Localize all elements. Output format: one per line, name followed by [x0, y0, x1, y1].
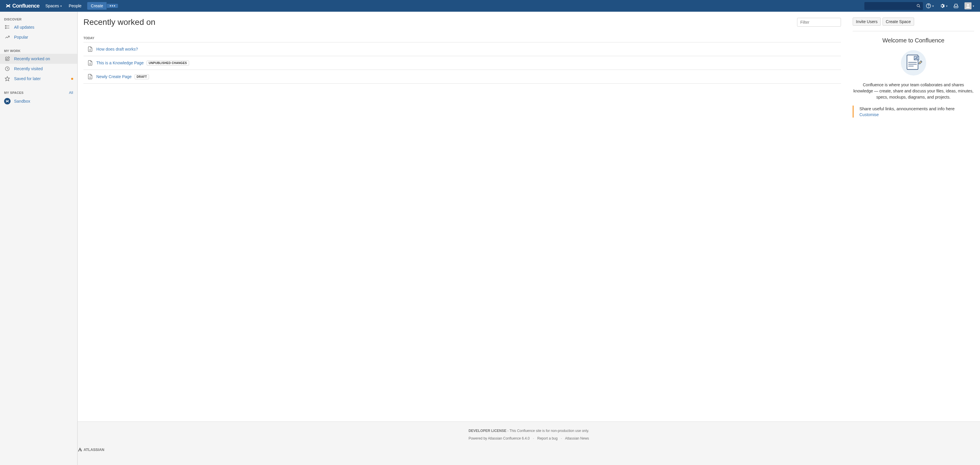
welcome-description: Confluence is where your team collaborat… — [853, 82, 974, 100]
svg-point-0 — [917, 5, 920, 7]
chevron-down-icon: ▾ — [946, 5, 948, 8]
sidebar-heading-label: MY SPACES — [4, 91, 24, 94]
create-button[interactable]: Create — [87, 2, 107, 10]
footer-license-text: - This Confluence site is for non-produc… — [506, 429, 589, 433]
svg-line-1 — [919, 6, 920, 8]
star-icon — [4, 76, 11, 82]
filter-input[interactable] — [797, 18, 841, 27]
main-content: Recently worked on TODAY How does draft … — [78, 12, 980, 465]
settings-button[interactable]: ▾ — [937, 0, 950, 12]
svg-rect-5 — [5, 25, 6, 26]
notifications-button[interactable] — [950, 0, 962, 12]
svg-rect-7 — [5, 28, 6, 29]
sidebar-item-label: All updates — [14, 25, 34, 30]
sidebar-heading-myspaces: MY SPACES All — [0, 88, 77, 96]
nav-people[interactable]: People — [65, 0, 85, 12]
svg-text:ATLASSIAN: ATLASSIAN — [83, 448, 104, 452]
create-space-button[interactable]: Create Space — [883, 17, 914, 26]
status-tag: UNPUBLISHED CHANGES — [146, 60, 189, 65]
svg-point-4 — [967, 4, 969, 6]
footer: DEVELOPER LICENSE - This Confluence site… — [78, 421, 980, 465]
footer-product-link[interactable]: Atlassian Confluence — [488, 436, 521, 440]
create-more-button[interactable] — [107, 4, 118, 8]
customise-link[interactable]: Customise — [859, 112, 879, 117]
sidebar-item-all-updates[interactable]: All updates — [0, 22, 77, 32]
footer-report-bug-link[interactable]: Report a bug — [538, 436, 558, 440]
right-panel: Invite Users Create Space Welcome to Con… — [853, 17, 974, 416]
status-tag: DRAFT — [135, 74, 149, 79]
chevron-down-icon: ▾ — [973, 5, 974, 8]
callout: Share useful links, announcements and in… — [853, 106, 974, 117]
sidebar-heading-discover: DISCOVER — [0, 15, 77, 22]
page-title: Recently worked on — [83, 17, 156, 27]
search-input[interactable] — [864, 2, 923, 10]
app-header: Confluence Spaces ▾ People Create ▾ ▾ ▾ — [0, 0, 980, 12]
logo[interactable]: Confluence — [3, 0, 42, 12]
clock-icon — [4, 66, 11, 71]
gear-icon — [940, 3, 945, 8]
callout-text: Share useful links, announcements and in… — [859, 106, 974, 111]
svg-marker-10 — [5, 77, 10, 81]
nav-spaces-label: Spaces — [45, 3, 59, 8]
sidebar-item-label: Recently worked on — [14, 56, 50, 61]
chevron-down-icon: ▾ — [932, 5, 934, 8]
logo-text: Confluence — [12, 3, 40, 9]
sidebar-item-saved-later[interactable]: Saved for later — [0, 74, 77, 84]
trend-icon — [4, 34, 11, 40]
edit-icon — [4, 56, 11, 62]
atlassian-logo[interactable]: ATLASSIAN — [78, 446, 980, 453]
more-icon — [110, 5, 115, 6]
sidebar-item-recently-worked[interactable]: Recently worked on — [0, 54, 77, 64]
welcome-title: Welcome to Confluence — [853, 37, 974, 44]
avatar-icon — [964, 2, 972, 10]
sidebar-item-recently-visited[interactable]: Recently visited — [0, 64, 77, 74]
page-link[interactable]: Newly Create Page — [96, 74, 132, 79]
help-button[interactable]: ▾ — [923, 0, 937, 12]
space-icon — [4, 98, 11, 105]
profile-button[interactable]: ▾ — [962, 0, 977, 12]
group-heading: TODAY — [83, 34, 841, 43]
sidebar-heading-mywork: MY WORK — [0, 47, 77, 54]
chevron-down-icon: ▾ — [60, 5, 62, 8]
page-row: How does draft works? — [83, 43, 841, 56]
search-icon — [916, 4, 921, 8]
nav-people-label: People — [69, 3, 82, 8]
footer-news-link[interactable]: Atlassian News — [565, 436, 589, 440]
sidebar-item-label: Sandbox — [14, 99, 30, 103]
help-icon — [926, 3, 931, 8]
page-link[interactable]: This is a Knowledge Page — [96, 60, 144, 65]
footer-powered: Powered by — [469, 436, 488, 440]
confluence-icon — [5, 3, 11, 9]
unread-badge — [71, 78, 73, 80]
page-icon — [87, 60, 93, 66]
sidebar-all-link[interactable]: All — [69, 90, 73, 95]
sidebar-item-sandbox[interactable]: Sandbox — [0, 96, 77, 106]
sidebar-item-label: Popular — [14, 35, 28, 40]
sidebar-item-popular[interactable]: Popular — [0, 32, 77, 42]
sidebar: DISCOVER All updates Popular MY WORK Rec… — [0, 12, 78, 465]
svg-point-20 — [916, 57, 917, 58]
page-icon — [87, 73, 93, 80]
footer-license-bold: DEVELOPER LICENSE — [469, 429, 506, 433]
sidebar-item-label: Saved for later — [14, 76, 41, 81]
footer-version: 6.4.0 — [521, 436, 530, 440]
sidebar-item-label: Recently visited — [14, 67, 43, 71]
list-icon — [4, 24, 11, 30]
invite-users-button[interactable]: Invite Users — [853, 17, 881, 26]
page-icon — [87, 46, 93, 52]
nav-spaces[interactable]: Spaces ▾ — [42, 0, 65, 12]
tray-icon — [953, 3, 959, 8]
welcome-illustration — [900, 50, 927, 76]
page-link[interactable]: How does draft works? — [96, 47, 138, 51]
page-row: This is a Knowledge Page UNPUBLISHED CHA… — [83, 56, 841, 70]
page-row: Newly Create Page DRAFT — [83, 70, 841, 84]
